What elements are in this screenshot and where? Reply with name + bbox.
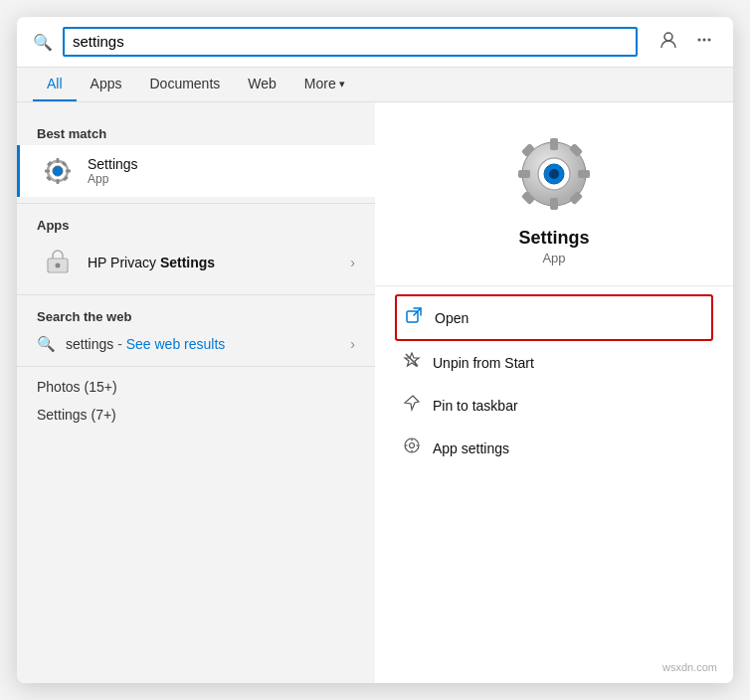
- svg-rect-20: [578, 170, 590, 178]
- svg-rect-18: [550, 198, 558, 210]
- hp-privacy-item[interactable]: HP Privacy Settings ›: [17, 237, 375, 288]
- svg-point-31: [410, 443, 415, 448]
- more-options-button[interactable]: [691, 29, 717, 56]
- pin-taskbar-label: Pin to taskbar: [433, 398, 518, 414]
- tab-all[interactable]: All: [33, 68, 77, 101]
- right-panel: Settings App Open: [375, 102, 733, 683]
- right-app-type: App: [542, 251, 565, 265]
- chevron-down-icon: ▾: [339, 78, 345, 90]
- svg-point-1: [698, 38, 701, 41]
- unpin-label: Unpin from Start: [433, 355, 534, 371]
- divider-1: [17, 203, 375, 204]
- web-search-text: settings - See web results: [66, 336, 225, 352]
- divider-3: [17, 366, 375, 367]
- apps-label: Apps: [17, 210, 375, 237]
- hp-privacy-icon: [40, 245, 76, 280]
- svg-point-3: [708, 38, 711, 41]
- photos-section[interactable]: Photos (15+): [17, 373, 375, 401]
- svg-point-2: [703, 38, 706, 41]
- appsettings-icon: [403, 437, 421, 459]
- pin-taskbar-action[interactable]: Pin to taskbar: [395, 384, 713, 427]
- tab-more[interactable]: More ▾: [290, 68, 359, 101]
- settings-section[interactable]: Settings (7+): [17, 401, 375, 429]
- pin-icon: [403, 394, 421, 417]
- settings-icon-small: [40, 153, 76, 189]
- best-match-item[interactable]: Settings App: [17, 145, 375, 197]
- svg-rect-6: [57, 158, 60, 163]
- right-top: Settings App: [375, 102, 733, 286]
- hp-privacy-title: HP Privacy Settings: [88, 255, 338, 270]
- search-input[interactable]: [73, 33, 628, 50]
- search-web-icon: 🔍: [37, 335, 56, 353]
- open-label: Open: [435, 310, 469, 326]
- svg-point-27: [549, 169, 559, 179]
- svg-point-4: [53, 166, 63, 176]
- best-match-label: Best match: [17, 118, 375, 145]
- svg-point-15: [56, 263, 61, 268]
- best-match-text: Settings App: [88, 156, 355, 186]
- svg-rect-19: [518, 170, 530, 178]
- tab-web[interactable]: Web: [234, 68, 290, 101]
- tab-apps[interactable]: Apps: [77, 68, 136, 101]
- right-app-name: Settings: [518, 228, 589, 249]
- avatar-button[interactable]: [656, 29, 681, 56]
- divider-2: [17, 294, 375, 295]
- svg-point-0: [664, 33, 672, 41]
- settings-icon-large: [514, 134, 594, 214]
- search-input-wrapper: [63, 27, 638, 57]
- open-action[interactable]: Open: [395, 294, 713, 341]
- web-search-item[interactable]: 🔍 settings - See web results ›: [17, 328, 375, 360]
- chevron-right-icon: ›: [350, 255, 355, 270]
- unpin-action[interactable]: Unpin from Start: [395, 341, 713, 384]
- chevron-right-web-icon: ›: [350, 336, 355, 352]
- main-content: Best match: [17, 102, 733, 683]
- app-settings-action[interactable]: App settings: [395, 427, 713, 469]
- search-icon: 🔍: [33, 33, 53, 52]
- watermark: wsxdn.com: [662, 661, 717, 673]
- svg-rect-8: [45, 170, 50, 173]
- svg-rect-7: [57, 179, 60, 184]
- left-panel: Best match: [17, 102, 375, 683]
- right-actions: Open Unpin from Start: [375, 286, 733, 477]
- hp-privacy-text: HP Privacy Settings: [88, 255, 338, 270]
- tab-documents[interactable]: Documents: [135, 68, 234, 101]
- search-bar: 🔍: [17, 17, 733, 68]
- svg-rect-17: [550, 138, 558, 150]
- svg-rect-9: [66, 170, 71, 173]
- unpin-icon: [403, 351, 421, 374]
- open-icon: [405, 306, 423, 329]
- tabs-bar: All Apps Documents Web More ▾: [17, 68, 733, 102]
- search-actions: [656, 29, 717, 56]
- app-settings-label: App settings: [433, 440, 509, 456]
- web-search-label: Search the web: [17, 301, 375, 328]
